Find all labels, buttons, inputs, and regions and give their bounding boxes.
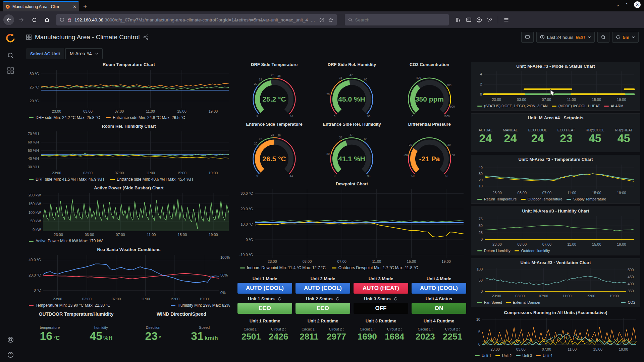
legend-item[interactable]: Active Power Min: 6 kW Max: 179 kW	[29, 239, 103, 243]
panel-title[interactable]: Differential Pressure	[391, 121, 468, 127]
legend-item[interactable]: (MODE) 0:COOL 1:HEAT	[552, 104, 600, 108]
legend-item[interactable]: Indoors Dewpoint Min: 11.4 °C Max: 12.7 …	[240, 265, 326, 270]
panel-title[interactable]: DRF Side Temperature	[236, 62, 312, 68]
tab-close-icon[interactable]: ✕	[73, 4, 76, 9]
window-maximize-button[interactable]: ⌃	[625, 2, 629, 7]
drf-temperature-gauge[interactable]: 9202226284425.2 °C	[236, 68, 312, 119]
legend-item[interactable]: Outdoor Temperature	[521, 197, 562, 201]
panel-title[interactable]: Compressors Running in All Units (Accumu…	[471, 310, 640, 316]
window-minimize-button[interactable]: ⌄	[616, 2, 620, 7]
legend-item[interactable]: Unit 2	[495, 354, 512, 358]
grafana-logo[interactable]	[5, 32, 16, 44]
unit-temperature-chart[interactable]: 4030201023:0003:0007:0011:0015:0019:00	[473, 163, 638, 196]
browser-tab[interactable]: Manufacturing Area - Clim ✕	[3, 1, 79, 11]
url-bar[interactable]: 192.168.40.38:3000/d/g_07my7Mz/manufactu…	[56, 14, 337, 25]
panel-title[interactable]: CO2 Concentration	[391, 62, 468, 68]
panel-title[interactable]: Room Rel. Humidity Chart	[25, 123, 233, 129]
panel-title[interactable]: Nea Santa Weather Conditions	[25, 247, 233, 253]
active-power-chart[interactable]: 200 kW150 kW100 kW50 kW0 kW23:0003:0007:…	[25, 191, 233, 238]
panel-title[interactable]: Active Power (Side Busbar) Chart	[25, 185, 233, 191]
legend-item[interactable]: (STATUS) 0:OFF, 1:ECO, 2:ON, 3:FAN	[477, 104, 548, 108]
menu-icon[interactable]	[503, 17, 509, 22]
panel-title[interactable]: Room Temperature Chart	[25, 62, 233, 68]
unit-1-mode-button[interactable]: AUTO (COOL)	[237, 283, 292, 294]
panel-title[interactable]: DRF Side Rel. Humidity	[314, 62, 390, 68]
unit-1-status-button[interactable]: ECO	[237, 303, 292, 314]
pocket-icon[interactable]	[319, 17, 324, 22]
sidebar-dashboards-icon[interactable]	[7, 67, 14, 74]
differential-pressure-gauge[interactable]: -50-30-20203050-21 Pa	[391, 127, 468, 178]
unit-2-status-button[interactable]: ECO	[296, 303, 350, 314]
panel-title[interactable]: OUTDOOR Temperature/Humidity	[25, 311, 127, 317]
panel-title[interactable]: Entrance Side Temperature	[236, 121, 312, 127]
legend-item[interactable]: Return Humidity	[477, 249, 511, 253]
ac-unit-dropdown[interactable]: M-Area #4	[65, 48, 103, 59]
entrance-humidity-gauge[interactable]: 0203847609541.1 %H	[314, 127, 390, 178]
weather-chart[interactable]: 40.0 °C20.0 °C0 °C23:0003:0007:0011:0015…	[25, 253, 233, 302]
legend-item[interactable]: DRF side Min: 41.5 %H Max: 46.9 %H	[29, 177, 104, 182]
dewpoint-chart[interactable]: 30.0 °C20.0 °C10.0 °C0 °C-10.0 °C23:0003…	[236, 187, 468, 265]
entrance-temperature-gauge[interactable]: 9202226284426.5 °C	[236, 127, 312, 178]
panel-title[interactable]: Unit: M-Area #3 - Temperature Chart	[473, 157, 638, 163]
window-close-button[interactable]: ✕	[634, 1, 641, 8]
insecure-lock-icon[interactable]	[67, 17, 72, 22]
legend-item[interactable]: Temperature Min: 13.90 °C Max: 22.30 °C	[29, 303, 110, 308]
unit-4-mode-button[interactable]: AUTO (COOL)	[412, 283, 466, 294]
legend-item[interactable]: External Damper	[506, 300, 541, 304]
co2-gauge[interactable]: 04007009001000350 ppm	[391, 68, 468, 119]
legend-item[interactable]: Unit 4	[536, 354, 552, 358]
zoom-out-button[interactable]	[597, 32, 609, 43]
sidebar-question-icon[interactable]: ?	[7, 352, 14, 358]
time-range-picker[interactable]: Last 24 hours EEST	[536, 32, 595, 43]
refresh-icon[interactable]	[393, 297, 398, 301]
legend-item[interactable]: DRF side Min: 24.2 °C Max: 25.8 °C	[29, 115, 100, 120]
refresh-icon[interactable]	[277, 297, 282, 301]
legend-item[interactable]: Outdoor Humidity	[515, 249, 550, 253]
sidebars-icon[interactable]	[466, 17, 472, 22]
page-actions-icon[interactable]: …	[311, 17, 315, 22]
unit-3-status-button[interactable]: OFF	[354, 303, 408, 314]
compressors-chart[interactable]: 105023:0003:0007:0011:0015:0019:00	[471, 316, 640, 353]
sidebar-help-icon[interactable]	[7, 337, 14, 343]
legend-item[interactable]: Entrance side Min: 24.8 °C Max: 26.5 °C	[106, 115, 185, 120]
reload-button[interactable]	[29, 14, 40, 25]
panel-title[interactable]: WIND Direction/Speed	[130, 311, 233, 317]
legend-item[interactable]: Fan Speed	[477, 300, 502, 304]
refresh-picker[interactable]: 5m	[612, 32, 639, 43]
back-button[interactable]	[3, 14, 14, 25]
legend-item[interactable]: Unit 1	[475, 354, 491, 358]
page-title[interactable]: Manufacturing Area - Climate Control	[35, 34, 140, 41]
refresh-icon[interactable]	[335, 297, 340, 301]
legend-item[interactable]: Return Temperature	[477, 197, 517, 201]
panel-title[interactable]: Entrance Side Rel. Humidity	[314, 121, 390, 127]
share-icon[interactable]	[143, 35, 149, 40]
legend-item[interactable]: Outdoors Dewpoint Min: 1.7 °C Max: 11.8 …	[332, 265, 418, 270]
legend-item[interactable]: ALARM	[604, 104, 624, 108]
unit-ventilation-chart[interactable]: 10050023:0003:0007:0011:0015:0019:005004…	[473, 266, 638, 299]
panel-title[interactable]: Unit: M-Area #3 - Humidity Chart	[473, 208, 638, 214]
unit-2-mode-button[interactable]: AUTO (COOL)	[296, 283, 350, 294]
new-tab-button[interactable]: +	[83, 1, 87, 11]
room-temperature-chart[interactable]: 30 °C25 °C20 °C23:0003:0007:0011:0015:00…	[25, 68, 233, 115]
search-bar[interactable]	[345, 14, 449, 25]
url-text[interactable]: 192.168.40.38:3000/d/g_07my7Mz/manufactu…	[74, 17, 308, 22]
unit-3-mode-button[interactable]: AUTO (HEAT)	[354, 283, 408, 294]
search-input[interactable]	[355, 17, 445, 22]
legend-item[interactable]: Humidity Min: 29% Max: 82%	[171, 303, 230, 308]
unit-humidity-chart[interactable]: 755025023:0003:0007:0011:0015:0019:00	[473, 214, 638, 248]
extensions-icon[interactable]	[487, 17, 492, 22]
shield-icon[interactable]	[60, 17, 64, 22]
account-icon[interactable]	[476, 17, 482, 23]
panel-title[interactable]: Dewpoint Chart	[236, 181, 468, 187]
room-humidity-chart[interactable]: 70 %H60 %H50 %H40 %H30 %H23:0003:0007:00…	[25, 129, 233, 176]
drf-humidity-gauge[interactable]: 0203847609545.0 %H	[314, 68, 390, 119]
panel-title[interactable]: Unit: M-Area #3 - Ventilation Chart	[473, 260, 638, 266]
forward-button[interactable]	[16, 14, 27, 25]
legend-item[interactable]: Supply Temperature	[567, 197, 606, 201]
sidebar-search-icon[interactable]	[7, 52, 14, 59]
home-button[interactable]	[42, 14, 52, 25]
mode-status-chart[interactable]: 42023:0003:0007:0011:0015:0019:00	[473, 69, 638, 103]
tv-mode-button[interactable]	[521, 32, 534, 43]
unit-4-status-button[interactable]: ON	[412, 303, 466, 314]
legend-item[interactable]: Unit 3	[516, 354, 532, 358]
